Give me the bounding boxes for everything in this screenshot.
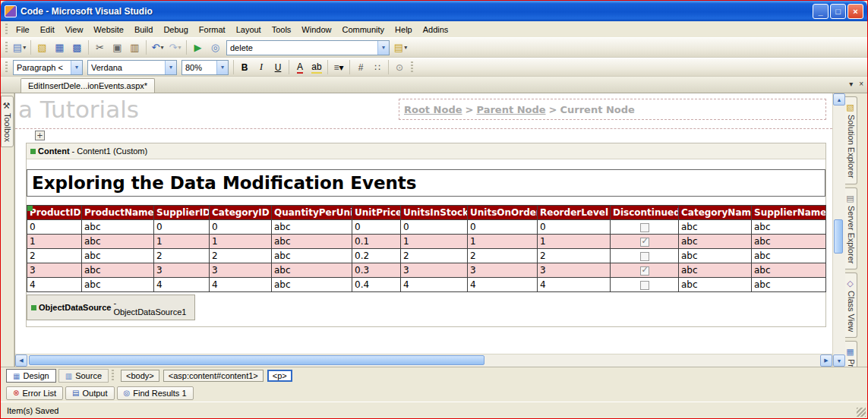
tab-class-view[interactable]: ◇Class View xyxy=(845,273,857,338)
menu-item-addins[interactable]: Addins xyxy=(418,23,454,36)
cut-button[interactable]: ✂ xyxy=(91,39,109,56)
panel-tab-output[interactable]: ▤Output xyxy=(65,386,114,400)
source-view-button[interactable]: ▥ Source xyxy=(58,369,109,383)
save-all-button[interactable]: ▩ xyxy=(68,39,86,56)
toolbar-grip[interactable] xyxy=(5,42,8,54)
scroll-left-icon[interactable]: ◀ xyxy=(15,354,27,367)
grid-column-header: UnitsOnOrder xyxy=(468,206,538,220)
grid-row: 4abc44abc0.4444abcabc xyxy=(27,278,826,292)
right-rail: ▧Solution Explorer▤Server Explorer◇Class… xyxy=(845,93,867,367)
paste-button[interactable]: ▥ xyxy=(126,39,144,56)
close-button[interactable]: × xyxy=(847,4,863,19)
document-tab[interactable]: EditInsertDele...ionEvents.aspx* xyxy=(21,78,155,93)
vertical-scroll-thumb[interactable] xyxy=(834,219,843,254)
open-file-button[interactable]: ▧ xyxy=(33,39,51,56)
tag-button[interactable]: <p> xyxy=(267,370,292,382)
vertical-scrollbar[interactable]: ▲ ▼ xyxy=(832,93,845,367)
panel-tab-error-list[interactable]: ⊗Error List xyxy=(6,386,63,400)
grid-cell: 2 xyxy=(538,249,611,263)
other-windows-button[interactable]: ▤▾ xyxy=(392,39,409,56)
scroll-up-icon[interactable]: ▲ xyxy=(833,93,845,106)
title-bar[interactable]: Code - Microsoft Visual Studio _ □ × xyxy=(1,1,867,21)
toolbar-grip[interactable] xyxy=(411,61,413,74)
underline-button[interactable]: U xyxy=(270,60,286,75)
content-region-detail: - Content1 (Custom) xyxy=(72,146,148,156)
save-button[interactable]: ▦ xyxy=(51,39,68,56)
tag-button[interactable]: <asp:content#content1> xyxy=(163,370,264,382)
grid-cell: abc xyxy=(272,278,352,292)
menu-item-build[interactable]: Build xyxy=(129,23,158,36)
server-explorer-icon: ▤ xyxy=(846,194,856,203)
toolbar-grip[interactable] xyxy=(5,61,8,74)
view-in-browser-button[interactable]: ◎ xyxy=(207,39,224,56)
tab-solution-explorer[interactable]: ▧Solution Explorer xyxy=(845,96,857,184)
bullet-list-button[interactable]: ∷ xyxy=(369,60,386,75)
menu-item-view[interactable]: View xyxy=(60,23,89,36)
discontinued-checkbox xyxy=(640,281,649,290)
move-handle-icon[interactable]: + xyxy=(35,131,45,140)
menu-item-debug[interactable]: Debug xyxy=(158,23,193,36)
close-document-icon[interactable]: × xyxy=(859,80,863,88)
new-item-button[interactable]: ▤▾ xyxy=(11,39,28,56)
menu-item-window[interactable]: Window xyxy=(296,23,336,36)
combo-dropdown-icon[interactable]: ▾ xyxy=(377,41,389,55)
tab-list-dropdown-icon[interactable]: ▾ xyxy=(849,80,853,88)
minimize-button[interactable]: _ xyxy=(813,4,829,19)
menu-item-help[interactable]: Help xyxy=(390,23,418,36)
toolbox-tab[interactable]: ⚒ Toolbox xyxy=(1,96,14,147)
objectdatasource-control[interactable]: ObjectDataSource - ObjectDataSource1 xyxy=(27,295,195,320)
content-region[interactable]: Content - Content1 (Custom) Exploring th… xyxy=(26,143,826,327)
grid-cell: abc xyxy=(679,278,752,292)
font-size-combo[interactable]: 80% ▾ xyxy=(181,60,229,75)
resize-grip[interactable] xyxy=(857,408,866,417)
toolbar-grip[interactable] xyxy=(5,24,8,36)
panel-tab-find-results-1[interactable]: ◎Find Results 1 xyxy=(117,386,194,400)
menu-item-website[interactable]: Website xyxy=(88,23,129,36)
panel-tab-bar: ⊗Error List▤Output◎Find Results 1 xyxy=(1,384,867,402)
combo-dropdown-icon[interactable]: ▾ xyxy=(71,61,82,74)
menu-item-community[interactable]: Community xyxy=(336,23,390,36)
maximize-button[interactable]: □ xyxy=(830,4,846,19)
design-view-button[interactable]: ▦ Design xyxy=(6,369,56,383)
horizontal-scrollbar[interactable]: ◀ ▶ xyxy=(15,354,832,367)
menu-item-file[interactable]: File xyxy=(11,23,35,36)
undo-button[interactable]: ↶▾ xyxy=(149,39,166,56)
combo-dropdown-icon[interactable]: ▾ xyxy=(216,61,228,74)
tab-properties[interactable]: ▦Properties xyxy=(845,341,857,367)
gridview-control[interactable]: ProductIDProductNameSupplierIDCategoryID… xyxy=(27,205,825,292)
highlight-icon: ab xyxy=(311,61,321,74)
menu-item-edit[interactable]: Edit xyxy=(35,23,60,36)
menu-item-layout[interactable]: Layout xyxy=(231,23,267,36)
bold-button[interactable]: B xyxy=(236,60,253,75)
menu-item-format[interactable]: Format xyxy=(194,23,231,36)
highlight-button[interactable]: ab xyxy=(308,60,325,75)
align-button[interactable]: ≡▾ xyxy=(330,60,347,75)
font-name-combo[interactable]: Verdana ▾ xyxy=(87,60,177,75)
open-file-icon: ▧ xyxy=(37,42,46,53)
tag-button[interactable]: <body> xyxy=(121,370,159,382)
grid-cell: abc xyxy=(82,235,154,249)
grid-cell: 2 xyxy=(210,249,272,263)
grid-row: 0abc00abc0000abcabc xyxy=(27,220,826,235)
dropdown-caret-icon: ▾ xyxy=(404,44,407,51)
design-surface[interactable]: a Tutorials Root Node>Parent Node>Curren… xyxy=(15,93,832,354)
horizontal-scroll-thumb[interactable] xyxy=(29,355,485,365)
scroll-down-icon[interactable]: ▼ xyxy=(833,354,845,367)
vertical-scroll-track[interactable] xyxy=(833,106,845,354)
toolbar-separator xyxy=(327,60,328,74)
main-area: ⚒ Toolbox a Tutorials Root Node>Parent N… xyxy=(1,93,867,367)
find-combo[interactable]: delete ▾ xyxy=(226,40,390,55)
tab-server-explorer[interactable]: ▤Server Explorer xyxy=(845,187,857,269)
scroll-right-icon[interactable]: ▶ xyxy=(820,354,832,367)
menu-item-tools[interactable]: Tools xyxy=(267,23,297,36)
italic-button[interactable]: I xyxy=(253,60,270,75)
font-color-button[interactable]: A xyxy=(292,60,308,75)
block-format-combo[interactable]: Paragraph < ▾ xyxy=(13,60,83,75)
objectdatasource-detail: - ObjectDataSource1 xyxy=(113,298,191,317)
start-debug-button[interactable]: ▶ xyxy=(189,39,207,56)
combo-dropdown-icon[interactable]: ▾ xyxy=(165,61,176,74)
content-region-header[interactable]: Content - Content1 (Custom) xyxy=(27,143,825,159)
copy-button[interactable]: ▣ xyxy=(109,39,126,56)
numbered-list-button[interactable]: # xyxy=(352,60,369,75)
horizontal-scroll-track[interactable] xyxy=(27,354,820,367)
